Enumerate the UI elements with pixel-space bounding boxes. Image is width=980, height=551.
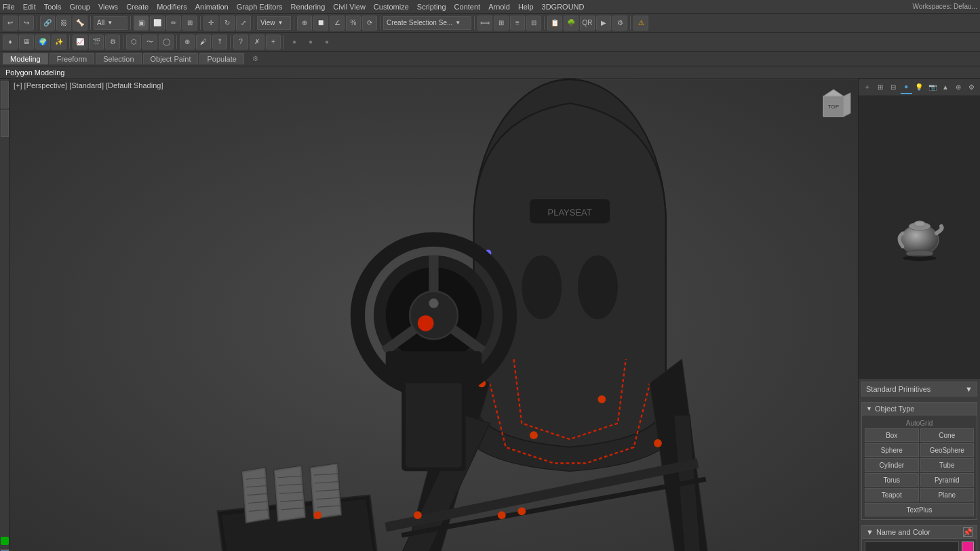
render-button[interactable]: ▶ <box>596 16 611 30</box>
percent-snap-button[interactable]: % <box>346 16 361 30</box>
menu-group[interactable]: Group <box>69 3 90 11</box>
menu-create[interactable]: Create <box>126 3 149 11</box>
menu-edit[interactable]: Edit <box>23 3 36 11</box>
menu-civil-view[interactable]: Civil View <box>333 3 365 11</box>
bone-button[interactable]: 🦴 <box>73 16 87 30</box>
btn-pyramid[interactable]: Pyramid <box>920 473 975 487</box>
environment-button[interactable]: 🌍 <box>35 35 50 49</box>
menu-modifiers[interactable]: Modifiers <box>157 3 187 11</box>
viewport[interactable]: [+] [Perspective] [Standard] [Default Sh… <box>9 79 858 551</box>
color-swatch[interactable] <box>962 542 974 551</box>
mirror-button[interactable]: ⟺ <box>477 16 492 30</box>
menu-animation[interactable]: Animation <box>195 3 229 11</box>
rp-display-icon[interactable]: ⊞ <box>874 81 886 94</box>
btn-sphere[interactable]: Sphere <box>865 443 919 457</box>
menu-views[interactable]: Views <box>98 3 118 11</box>
layer-manager-button[interactable]: 📋 <box>547 16 562 30</box>
btn-box[interactable]: Box <box>865 428 919 442</box>
btn-tube[interactable]: Tube <box>920 458 975 472</box>
rp-grid-icon[interactable]: ⊟ <box>887 81 899 94</box>
sidebar-tab-1[interactable] <box>1 81 9 108</box>
polygon-modeling-tab[interactable]: Polygon Modeling <box>5 68 64 77</box>
move-button[interactable]: ✛ <box>203 16 218 30</box>
qr-button[interactable]: QR <box>580 16 595 30</box>
view-cube[interactable]: TOP <box>813 83 854 123</box>
rp-helper-icon[interactable]: ▲ <box>939 81 951 94</box>
btn-cone[interactable]: Cone <box>920 428 975 442</box>
view-dropdown[interactable]: View▼ <box>257 16 291 30</box>
menu-scripting[interactable]: Scripting <box>417 3 446 11</box>
polygon-button[interactable]: ⬡ <box>126 35 141 49</box>
btn-torus[interactable]: Torus <box>865 473 919 487</box>
select-lasso-button[interactable]: ✏ <box>166 16 181 30</box>
filter-dropdown[interactable]: All▼ <box>94 16 128 30</box>
spline-button[interactable]: 〜 <box>142 35 157 49</box>
menu-3dground[interactable]: 3DGROUND <box>542 3 585 11</box>
btn-teapot[interactable]: Teapot <box>865 488 919 502</box>
material-editor-button[interactable]: ♦ <box>3 35 18 49</box>
menu-content[interactable]: Content <box>454 3 481 11</box>
settings-button[interactable]: ⚙ <box>612 16 627 30</box>
tab-modeling[interactable]: Modeling <box>3 53 48 64</box>
angle-snap-button[interactable]: ∠ <box>330 16 345 30</box>
effects-button[interactable]: ✨ <box>52 35 66 49</box>
xform-button[interactable]: ✗ <box>250 35 264 49</box>
menu-file[interactable]: File <box>3 3 15 11</box>
undo-button[interactable]: ↩ <box>3 16 18 30</box>
array-button[interactable]: ⊞ <box>494 16 509 30</box>
tab-settings-icon[interactable]: ⚙ <box>248 54 262 64</box>
unlink-button[interactable]: ⛓ <box>56 16 71 30</box>
menu-arnold[interactable]: Arnold <box>488 3 510 11</box>
object-type-header[interactable]: ▼ Object Type <box>861 402 977 415</box>
btn-cylinder[interactable]: Cylinder <box>865 458 919 472</box>
collapse-button[interactable]: + <box>266 35 281 49</box>
dope-sheet-button[interactable]: 🎬 <box>89 35 104 49</box>
menu-rendering[interactable]: Rendering <box>291 3 326 11</box>
name-color-pin[interactable]: 📌 <box>963 527 973 537</box>
menu-tools[interactable]: Tools <box>44 3 62 11</box>
spinner-snap-button[interactable]: ⟳ <box>362 16 377 30</box>
select-button[interactable]: ▣ <box>134 16 149 30</box>
snap-button[interactable]: 🔲 <box>313 16 328 30</box>
pivot-button[interactable]: ⊕ <box>297 16 312 30</box>
redo-button[interactable]: ↪ <box>19 16 34 30</box>
rp-light-icon[interactable]: 💡 <box>914 81 925 94</box>
link-button[interactable]: 🔗 <box>40 16 55 30</box>
tab-freeform[interactable]: Freeform <box>50 53 95 64</box>
rp-camera-icon[interactable]: 📷 <box>926 81 938 94</box>
window-crossing-button[interactable]: ⊞ <box>182 16 197 30</box>
menu-customize[interactable]: Customize <box>374 3 409 11</box>
name-input[interactable] <box>865 542 959 551</box>
param-editor-button[interactable]: ⚙ <box>105 35 120 49</box>
align-button[interactable]: ≡ <box>510 16 525 30</box>
menu-help[interactable]: Help <box>518 3 534 11</box>
sidebar-tab-2[interactable] <box>1 110 9 137</box>
rp-space-icon[interactable]: ⊛ <box>953 81 964 94</box>
tab-populate[interactable]: Populate <box>199 53 243 64</box>
scale-button[interactable]: ⤢ <box>236 16 251 30</box>
paint-deform-button[interactable]: 🖌 <box>196 35 211 49</box>
rp-plus-icon[interactable]: + <box>861 81 873 94</box>
workspace-label[interactable]: Workspaces: Defau... <box>913 3 977 10</box>
curve-editor-button[interactable]: 📈 <box>73 35 87 49</box>
select-region-button[interactable]: ⬜ <box>150 16 165 30</box>
help-button2[interactable]: ? <box>233 35 248 49</box>
warning-button[interactable]: ⚠ <box>633 16 648 30</box>
btn-plane[interactable]: Plane <box>920 488 975 502</box>
render-setup-button[interactable]: 🖥 <box>19 35 34 49</box>
selection-set-dropdown[interactable]: Create Selection Se...▼ <box>383 16 471 30</box>
tab-object-paint[interactable]: Object Paint <box>143 53 199 64</box>
rp-sphere-icon[interactable]: ● <box>901 81 912 94</box>
quick-align-button[interactable]: ⊟ <box>526 16 541 30</box>
tab-selection[interactable]: Selection <box>96 53 141 64</box>
btn-geosphere[interactable]: GeoSphere <box>920 443 975 457</box>
nurbs-button[interactable]: ◯ <box>159 35 174 49</box>
play-anim-icon[interactable]: ▶ <box>1 537 9 545</box>
rotate-button[interactable]: ↻ <box>220 16 235 30</box>
menu-graph-editors[interactable]: Graph Editors <box>237 3 283 11</box>
primitives-dropdown[interactable]: Standard Primitives ▼ <box>861 382 977 396</box>
rp-systems-icon[interactable]: ⚙ <box>966 81 977 94</box>
swift-loop-button[interactable]: ⊕ <box>180 35 195 49</box>
btn-textplus[interactable]: TextPlus <box>865 503 974 516</box>
name-color-header[interactable]: ▼ Name and Color 📌 <box>861 525 977 539</box>
